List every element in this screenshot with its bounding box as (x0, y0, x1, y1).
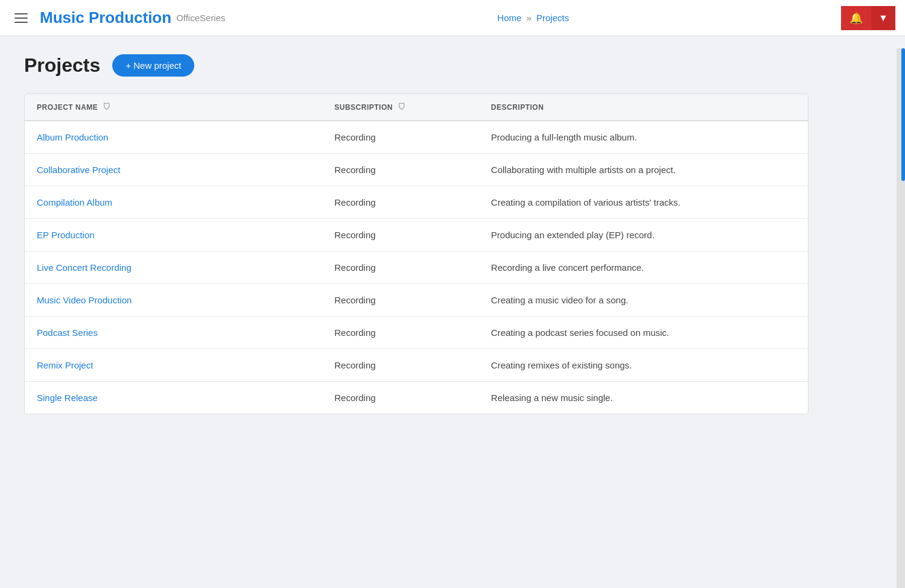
table-row: Remix Project Recording Creating remixes… (25, 349, 808, 382)
project-name-link[interactable]: Music Video Production (37, 295, 132, 305)
col-header-description: DESCRIPTION (479, 94, 808, 121)
table-row: Single Release Recording Releasing a new… (25, 382, 808, 414)
table-row: Collaborative Project Recording Collabor… (25, 154, 808, 186)
project-name-link[interactable]: Live Concert Recording (37, 262, 132, 273)
scrollbar-thumb[interactable] (901, 48, 905, 181)
header-actions: 🔔 ▼ (841, 6, 895, 30)
cell-project-name: Collaborative Project (25, 154, 322, 186)
table-row: Podcast Series Recording Creating a podc… (25, 317, 808, 349)
cell-subscription: Recording (322, 317, 479, 349)
breadcrumb-separator: » (527, 13, 532, 23)
app-suite: OfficeSeries (176, 13, 225, 23)
cell-description: Producing a full-length music album. (479, 121, 808, 154)
cell-subscription: Recording (322, 284, 479, 317)
cell-project-name: Music Video Production (25, 284, 322, 317)
project-name-link[interactable]: Collaborative Project (37, 165, 120, 175)
bell-icon: 🔔 (849, 11, 863, 25)
app-header: Music Production OfficeSeries Home » Pro… (0, 0, 905, 36)
chevron-down-icon: ▼ (878, 13, 888, 24)
col-header-name: PROJECT NAME ⛉ (25, 94, 322, 121)
main-content: Projects + New project PROJECT NAME ⛉ SU… (0, 36, 845, 432)
scrollbar[interactable] (897, 48, 905, 432)
cell-subscription: Recording (322, 121, 479, 154)
page-header: Projects + New project (24, 54, 821, 77)
cell-description: Producing an extended play (EP) record. (479, 219, 808, 251)
cell-subscription: Recording (322, 382, 479, 414)
cell-description: Releasing a new music single. (479, 382, 808, 414)
hamburger-menu[interactable] (10, 8, 33, 28)
cell-project-name: Album Production (25, 121, 322, 154)
col-header-subscription: SUBSCRIPTION ⛉ (322, 94, 479, 121)
cell-description: Recording a live concert performance. (479, 251, 808, 284)
cell-project-name: Live Concert Recording (25, 251, 322, 284)
cell-project-name: Remix Project (25, 349, 322, 382)
new-project-button[interactable]: + New project (112, 54, 194, 77)
cell-subscription: Recording (322, 349, 479, 382)
project-name-link[interactable]: Remix Project (37, 360, 93, 370)
cell-subscription: Recording (322, 219, 479, 251)
cell-description: Creating a podcast series focused on mus… (479, 317, 808, 349)
projects-table: PROJECT NAME ⛉ SUBSCRIPTION ⛉ DESCRIPTIO… (25, 94, 808, 414)
breadcrumb-current: Projects (536, 13, 569, 23)
page-title: Projects (24, 54, 100, 77)
table-row: Music Video Production Recording Creatin… (25, 284, 808, 317)
projects-table-container: PROJECT NAME ⛉ SUBSCRIPTION ⛉ DESCRIPTIO… (24, 93, 808, 414)
cell-subscription: Recording (322, 251, 479, 284)
project-name-link[interactable]: Album Production (37, 132, 108, 142)
table-row: EP Production Recording Producing an ext… (25, 219, 808, 251)
table-row: Compilation Album Recording Creating a c… (25, 186, 808, 219)
scrollbar-track (901, 48, 905, 432)
filter-icon-name[interactable]: ⛉ (103, 103, 111, 112)
project-name-link[interactable]: EP Production (37, 230, 95, 240)
table-row: Album Production Recording Producing a f… (25, 121, 808, 154)
cell-description: Collaborating with multiple artists on a… (479, 154, 808, 186)
project-name-link[interactable]: Single Release (37, 393, 98, 403)
cell-project-name: Podcast Series (25, 317, 322, 349)
filter-icon-subscription[interactable]: ⛉ (398, 103, 406, 112)
cell-description: Creating a music video for a song. (479, 284, 808, 317)
cell-description: Creating a compilation of various artist… (479, 186, 808, 219)
project-name-link[interactable]: Compilation Album (37, 197, 112, 207)
notification-bell-button[interactable]: 🔔 (841, 6, 871, 30)
table-row: Live Concert Recording Recording Recordi… (25, 251, 808, 284)
user-dropdown-button[interactable]: ▼ (871, 6, 895, 30)
project-name-link[interactable]: Podcast Series (37, 327, 98, 338)
cell-subscription: Recording (322, 154, 479, 186)
cell-project-name: Single Release (25, 382, 322, 414)
cell-project-name: Compilation Album (25, 186, 322, 219)
app-logo: Music Production (40, 8, 171, 27)
breadcrumb: Home » Projects (497, 13, 569, 23)
breadcrumb-home[interactable]: Home (497, 13, 521, 23)
cell-subscription: Recording (322, 186, 479, 219)
cell-project-name: EP Production (25, 219, 322, 251)
table-header-row: PROJECT NAME ⛉ SUBSCRIPTION ⛉ DESCRIPTIO… (25, 94, 808, 121)
cell-description: Creating remixes of existing songs. (479, 349, 808, 382)
